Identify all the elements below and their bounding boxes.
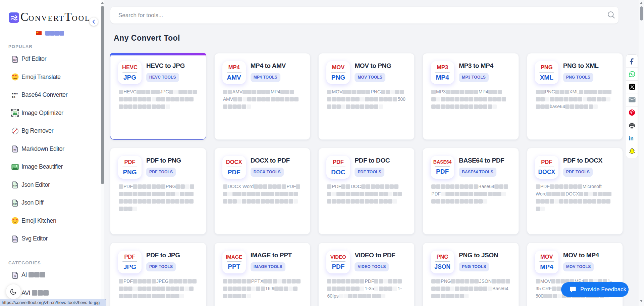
svg-text:AI: AI [14, 275, 16, 277]
svg-text:64: 64 [12, 95, 15, 98]
svg-text:in: in [629, 136, 634, 141]
svg-text:JSON: JSON [12, 203, 17, 205]
svg-text:SVG: SVG [13, 238, 17, 241]
svg-text:PDF: PDF [13, 59, 16, 61]
svg-text:MD: MD [13, 149, 16, 151]
svg-text:JSON: JSON [12, 185, 17, 187]
